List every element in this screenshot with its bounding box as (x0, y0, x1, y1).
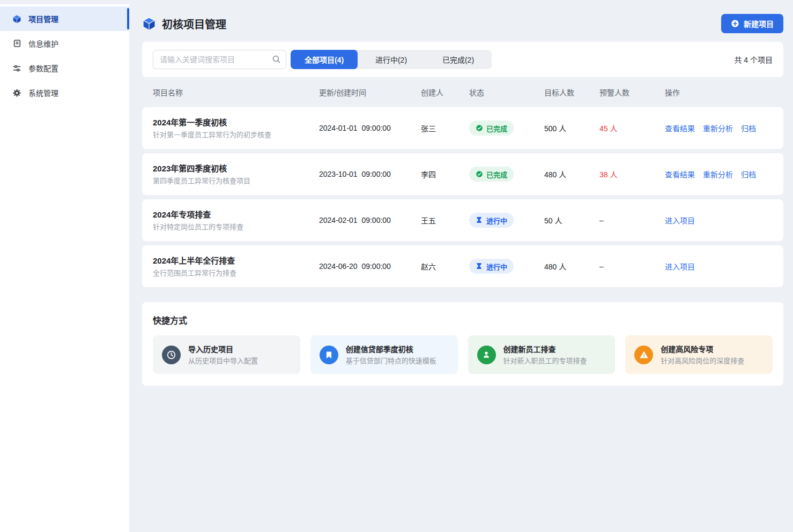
toolbar-card: 全部项目(4) 进行中(2) 已完成(2) 共 4 个项目 (142, 42, 783, 77)
project-name: 2024年专项排查 (153, 211, 319, 219)
actions-cell: 查看结果 重新分析 归档 (665, 123, 773, 133)
search-box (153, 50, 286, 69)
project-name: 2024年第一季度初核 (153, 118, 319, 126)
tab-in-progress[interactable]: 进行中(2) (358, 50, 425, 69)
sidebar-item-label: 系统管理 (28, 87, 58, 98)
enter-project-link[interactable]: 进入项目 (665, 261, 695, 272)
project-name-cell: 2024年上半年全行排查 全行范围员工异常行为排查 (153, 257, 319, 276)
view-results-link[interactable]: 查看结果 (665, 169, 695, 179)
actions-cell: 进入项目 (665, 261, 773, 272)
sidebar-item-project-management[interactable]: 项目管理 (0, 6, 129, 31)
sidebar-item-label: 参数配置 (28, 63, 58, 73)
update-time: 2024-02-01 09:00:00 (319, 216, 421, 224)
new-project-label: 新建项目 (744, 18, 774, 29)
update-time: 2023-10-01 09:00:00 (319, 170, 421, 178)
sliders-icon (12, 64, 21, 73)
reanalyze-link[interactable]: 重新分析 (703, 169, 733, 179)
status-label: 进行中 (486, 261, 507, 272)
creator: 赵六 (421, 261, 469, 272)
hourglass-icon (476, 216, 483, 224)
shortcut-credit-quarterly[interactable]: 创建信贷部季度初核 基于信贷部门特点的快速模板 (310, 335, 458, 374)
check-circle-icon (476, 124, 483, 132)
view-results-link[interactable]: 查看结果 (665, 123, 695, 133)
archive-link[interactable]: 归档 (741, 169, 756, 179)
target-count: 50 人 (544, 215, 599, 226)
enter-project-link[interactable]: 进入项目 (665, 215, 695, 226)
status-cell: 已完成 (469, 167, 544, 182)
status-badge: 已完成 (469, 121, 514, 136)
plus-circle-icon (731, 19, 739, 28)
col-update-time: 更新/创建时间 (319, 87, 421, 98)
sidebar-item-parameter-config[interactable]: 参数配置 (0, 56, 129, 80)
project-name-cell: 2023年第四季度初核 第四季度员工异常行为核查项目 (153, 164, 319, 184)
page-header: 初核项目管理 新建项目 (142, 14, 783, 33)
warning-count: – (599, 262, 665, 271)
creator: 张三 (421, 123, 469, 133)
shortcuts-card: 快捷方式 导入历史项目 从历史项目中导入配置 (142, 302, 783, 386)
shortcut-desc: 针对新入职员工的专项排查 (503, 357, 587, 364)
warning-count: 38 人 (599, 169, 665, 179)
col-project-name: 项目名称 (153, 87, 319, 98)
table-row: 2024年第一季度初核 针对第一季度员工异常行为的初步核查 2024-01-01… (142, 107, 783, 149)
target-count: 480 人 (544, 169, 599, 179)
tab-completed[interactable]: 已完成(2) (425, 50, 492, 69)
status-cell: 进行中 (469, 213, 544, 228)
shortcut-desc: 基于信贷部门特点的快速模板 (346, 357, 436, 364)
page-title: 初核项目管理 (162, 16, 226, 32)
status-badge: 进行中 (469, 213, 514, 228)
status-label: 进行中 (486, 215, 507, 226)
archive-link[interactable]: 归档 (741, 123, 756, 133)
project-name: 2024年上半年全行排查 (153, 257, 319, 265)
status-cell: 进行中 (469, 259, 544, 274)
project-desc: 第四季度员工异常行为核查项目 (153, 177, 319, 184)
shortcut-desc: 从历史项目中导入配置 (188, 357, 258, 364)
shortcut-text: 创建新员工排查 针对新入职员工的专项排查 (503, 346, 587, 364)
shortcut-new-employee[interactable]: 创建新员工排查 针对新入职员工的专项排查 (468, 335, 616, 374)
col-actions: 操作 (665, 87, 773, 98)
table-row: 2024年专项排查 针对特定岗位员工的专项排查 2024-02-01 09:00… (142, 199, 783, 241)
col-status: 状态 (469, 87, 544, 98)
cube-icon (12, 14, 21, 24)
shortcuts-grid: 导入历史项目 从历史项目中导入配置 创建信贷部季度初核 基于信贷部门特点的快速模… (153, 335, 773, 374)
update-time: 2024-06-20 09:00:00 (319, 262, 421, 271)
status-label: 已完成 (486, 123, 507, 133)
reanalyze-link[interactable]: 重新分析 (703, 123, 733, 133)
warning-count: – (599, 216, 665, 224)
hourglass-icon (476, 263, 483, 270)
shortcut-text: 导入历史项目 从历史项目中导入配置 (188, 346, 258, 364)
tab-group: 全部项目(4) 进行中(2) 已完成(2) (291, 50, 492, 69)
status-label: 已完成 (486, 169, 507, 179)
sidebar-item-info-maintenance[interactable]: 信息维护 (0, 31, 129, 56)
search-icon[interactable] (272, 55, 281, 64)
sidebar: 项目管理 信息维护 参数配置 (0, 4, 129, 532)
cube-icon (142, 17, 156, 31)
shortcut-title: 导入历史项目 (188, 346, 258, 353)
shortcut-high-risk[interactable]: 创建高风险专项 针对高风险岗位的深度排查 (625, 335, 773, 374)
project-name: 2023年第四季度初核 (153, 164, 319, 173)
bookmark-icon (320, 346, 338, 364)
tab-all-projects[interactable]: 全部项目(4) (291, 50, 358, 69)
col-target-count: 目标人数 (544, 87, 599, 98)
table-header: 项目名称 更新/创建时间 创建人 状态 目标人数 预警人数 操作 (142, 77, 783, 107)
warning-icon (634, 346, 653, 364)
shortcut-import-history[interactable]: 导入历史项目 从历史项目中导入配置 (153, 335, 300, 374)
shortcut-title: 创建高风险专项 (661, 346, 744, 353)
project-count: 共 4 个项目 (734, 54, 773, 65)
update-time: 2024-01-01 09:00:00 (319, 124, 421, 132)
check-circle-icon (476, 170, 483, 178)
col-creator: 创建人 (421, 87, 469, 98)
sidebar-item-system-management[interactable]: 系统管理 (0, 80, 129, 105)
search-input[interactable] (153, 50, 286, 69)
status-badge: 进行中 (469, 259, 514, 274)
shortcut-title: 创建新员工排查 (503, 346, 587, 353)
shortcut-text: 创建高风险专项 针对高风险岗位的深度排查 (661, 346, 744, 364)
shortcut-desc: 针对高风险岗位的深度排查 (661, 357, 744, 364)
shortcuts-title: 快捷方式 (153, 313, 773, 326)
col-warning-count: 预警人数 (599, 87, 665, 98)
new-project-button[interactable]: 新建项目 (721, 14, 783, 33)
project-name-cell: 2024年第一季度初核 针对第一季度员工异常行为的初步核查 (153, 118, 319, 138)
shortcut-text: 创建信贷部季度初核 基于信贷部门特点的快速模板 (346, 346, 436, 364)
project-desc: 针对第一季度员工异常行为的初步核查 (153, 131, 319, 138)
status-badge: 已完成 (469, 167, 514, 182)
shortcut-title: 创建信贷部季度初核 (346, 346, 436, 353)
